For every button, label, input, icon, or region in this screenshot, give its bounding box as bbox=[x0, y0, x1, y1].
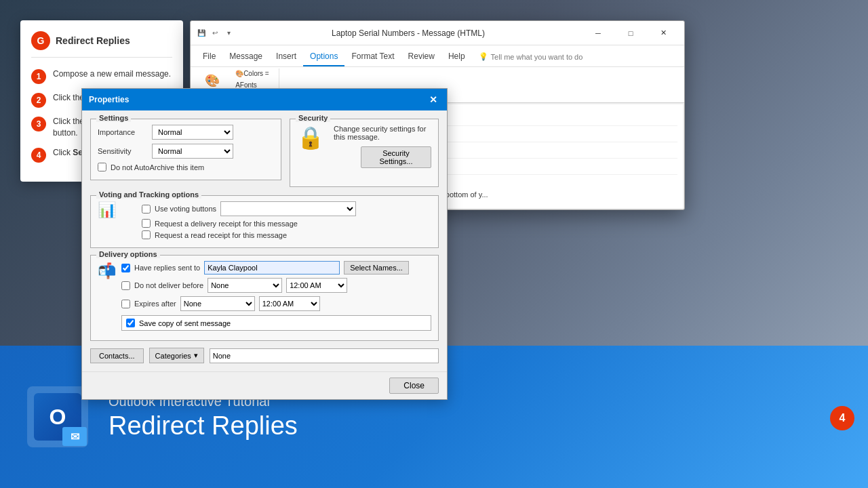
step-number-1: 1 bbox=[31, 69, 46, 84]
dialog-close-btn[interactable]: Close bbox=[389, 378, 439, 394]
voting-content: 📊 Use voting buttons Request a delivery … bbox=[98, 201, 431, 242]
logo-letter: G bbox=[37, 35, 45, 46]
read-receipt-row: Request a read receipt for this message bbox=[142, 230, 431, 239]
save-copy-checkbox[interactable] bbox=[126, 319, 135, 327]
settings-security-row: Settings Importance Normal Sensitivity N… bbox=[90, 119, 439, 187]
banner-text: Outlook Interactive Tutorial Redirect Re… bbox=[108, 394, 298, 441]
minimize-button[interactable]: ─ bbox=[583, 23, 614, 43]
no-autoarchive-checkbox[interactable] bbox=[98, 163, 106, 171]
sensitivity-label: Sensitivity bbox=[98, 147, 152, 155]
delivery-section: Delivery options 📬 Have replies sent to … bbox=[90, 255, 439, 341]
bottom-row: Contacts... Categories ▾ bbox=[90, 348, 439, 363]
do-not-deliver-time-select[interactable]: 12:00 AM bbox=[286, 278, 347, 293]
no-autoarchive-row: Do not AutoArchive this item bbox=[98, 163, 274, 171]
categories-dropdown-arrow: ▾ bbox=[194, 351, 198, 360]
expires-date-select[interactable]: None bbox=[180, 296, 255, 311]
select-names-button[interactable]: Select Names... bbox=[344, 261, 409, 274]
tab-format-text[interactable]: Format Text bbox=[344, 49, 401, 66]
voting-dropdown[interactable] bbox=[220, 201, 356, 216]
sidebar-header: G Redirect Replies bbox=[31, 31, 172, 58]
colors-btn[interactable]: 🎨 Colors = bbox=[231, 68, 273, 79]
title-bar: 💾 ↩ ▾ Laptop Serial Numbers - Message (H… bbox=[191, 21, 684, 45]
badge-number: 4 bbox=[840, 412, 846, 424]
security-right: Change security settings for this messag… bbox=[334, 125, 431, 168]
more-icon[interactable]: ▾ bbox=[223, 28, 234, 39]
delivery-receipt-label: Request a delivery receipt for this mess… bbox=[155, 220, 298, 228]
save-icon[interactable]: 💾 bbox=[196, 28, 207, 39]
security-settings-button[interactable]: Security Settings... bbox=[361, 146, 431, 168]
save-copy-label: Save copy of sent message bbox=[139, 319, 231, 327]
categories-input[interactable] bbox=[210, 348, 439, 363]
use-voting-checkbox[interactable] bbox=[142, 205, 151, 214]
importance-select[interactable]: Normal bbox=[152, 125, 233, 140]
save-copy-row: Save copy of sent message bbox=[121, 315, 431, 331]
expires-after-label: Expires after bbox=[134, 300, 176, 308]
dialog-close-button[interactable]: ✕ bbox=[427, 93, 440, 106]
themes-icon: 🎨 bbox=[205, 73, 220, 88]
tab-message[interactable]: Message bbox=[222, 49, 269, 66]
tab-review[interactable]: Review bbox=[401, 49, 441, 66]
tab-help[interactable]: Help bbox=[441, 49, 472, 66]
expires-time-select[interactable]: 12:00 AM bbox=[259, 296, 320, 311]
categories-button[interactable]: Categories ▾ bbox=[149, 348, 204, 363]
have-replies-label: Have replies sent to bbox=[134, 264, 200, 272]
importance-label: Importance bbox=[98, 128, 152, 136]
fonts-icon: A bbox=[235, 81, 240, 89]
tab-file[interactable]: File bbox=[196, 49, 222, 66]
do-not-deliver-checkbox[interactable] bbox=[121, 281, 130, 290]
maximize-button[interactable]: □ bbox=[615, 23, 646, 43]
colors-icon: 🎨 bbox=[235, 70, 243, 77]
security-content: 🔒 Change security settings for this mess… bbox=[297, 125, 431, 168]
have-replies-checkbox[interactable] bbox=[121, 264, 130, 272]
close-button[interactable]: ✕ bbox=[648, 23, 679, 43]
expires-after-row: Expires after None 12:00 AM bbox=[121, 296, 431, 311]
read-receipt-checkbox[interactable] bbox=[142, 230, 151, 239]
step-badge-4: 4 bbox=[830, 406, 854, 430]
step-number-4: 4 bbox=[31, 148, 46, 163]
delivery-receipt-checkbox[interactable] bbox=[142, 219, 151, 228]
outlook-icon-inner: O ✉ bbox=[34, 393, 81, 441]
step-item-1: 1 Compose a new email message. bbox=[31, 68, 172, 84]
delivery-right: Have replies sent to Select Names... Do … bbox=[121, 261, 431, 335]
dialog-body: Settings Importance Normal Sensitivity N… bbox=[82, 110, 447, 371]
contacts-button[interactable]: Contacts... bbox=[90, 348, 144, 363]
use-voting-row: Use voting buttons bbox=[142, 201, 431, 216]
settings-section: Settings Importance Normal Sensitivity N… bbox=[90, 119, 281, 180]
dialog-titlebar: Properties ✕ bbox=[82, 89, 447, 110]
properties-dialog: Properties ✕ Settings Importance Normal … bbox=[81, 88, 448, 400]
have-replies-row: Have replies sent to Select Names... bbox=[121, 261, 431, 274]
no-autoarchive-label: Do not AutoArchive this item bbox=[111, 163, 204, 171]
delivery-label: Delivery options bbox=[96, 250, 160, 258]
outlook-envelope-icon: ✉ bbox=[62, 427, 87, 446]
voting-label: Voting and Tracking options bbox=[96, 190, 201, 199]
step-number-2: 2 bbox=[31, 93, 46, 108]
step-number-3: 3 bbox=[31, 117, 46, 131]
use-voting-label: Use voting buttons bbox=[155, 205, 216, 213]
reply-to-input[interactable] bbox=[204, 261, 340, 274]
banner-title: Redirect Replies bbox=[108, 412, 298, 441]
expires-after-checkbox[interactable] bbox=[121, 300, 130, 308]
outlook-letter: O bbox=[50, 405, 66, 430]
security-label: Security bbox=[296, 114, 330, 122]
security-description: Change security settings for this messag… bbox=[334, 125, 431, 141]
security-section: Security 🔒 Change security settings for … bbox=[290, 119, 439, 187]
delivery-content: 📬 Have replies sent to Select Names... D… bbox=[98, 261, 431, 335]
sensitivity-select[interactable]: Normal bbox=[152, 144, 233, 159]
sidebar-title: Redirect Replies bbox=[56, 35, 130, 46]
delivery-receipt-row: Request a delivery receipt for this mess… bbox=[142, 219, 431, 228]
do-not-deliver-date-select[interactable]: None bbox=[208, 278, 282, 293]
tell-me-input[interactable]: 💡 Tell me what you want to do bbox=[472, 49, 590, 66]
outlook-icon-wrapper: O ✉ bbox=[27, 386, 88, 447]
tab-insert[interactable]: Insert bbox=[269, 49, 303, 66]
tab-options[interactable]: Options bbox=[303, 49, 344, 66]
undo-icon[interactable]: ↩ bbox=[210, 28, 220, 39]
lightbulb-icon: 💡 bbox=[479, 52, 488, 61]
do-not-deliver-label: Do not deliver before bbox=[134, 281, 203, 289]
sensitivity-row: Sensitivity Normal bbox=[98, 144, 274, 159]
dialog-title: Properties bbox=[89, 95, 129, 104]
security-lock-icon: 🔒 bbox=[297, 125, 324, 150]
categories-label: Categories bbox=[155, 352, 191, 360]
read-receipt-label: Request a read receipt for this message bbox=[155, 231, 287, 239]
sidebar-logo: G bbox=[31, 31, 50, 50]
window-controls: ─ □ ✕ bbox=[583, 23, 679, 43]
